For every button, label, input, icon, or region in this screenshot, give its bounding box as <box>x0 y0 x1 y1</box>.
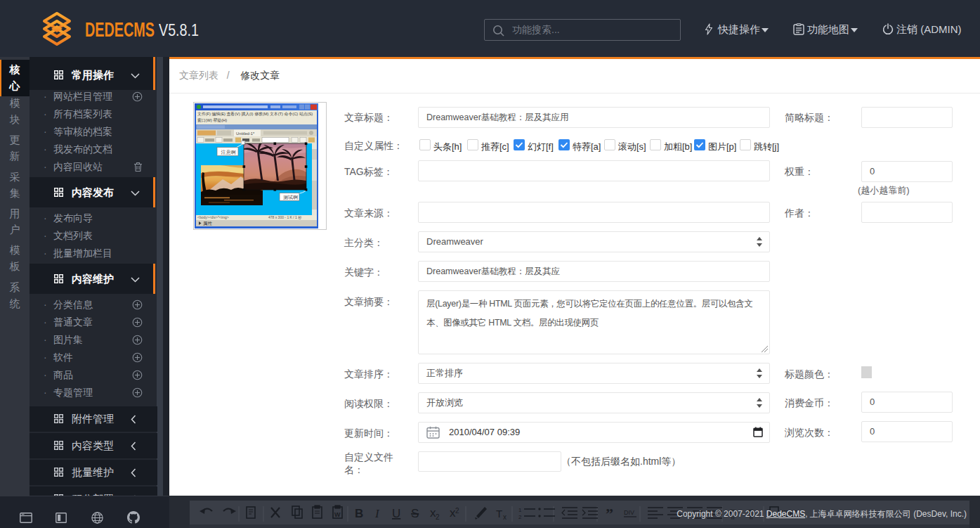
svg-text:U: U <box>392 507 400 520</box>
svg-text:2: 2 <box>455 507 459 515</box>
svg-text:B: B <box>355 507 363 520</box>
svg-text:Untitled-1*: Untitled-1* <box>236 131 255 136</box>
svg-text:文件(F) 编辑(E) 查看(V) 插入(I) 修改(M): 文件(F) 编辑(E) 查看(V) 插入(I) 修改(M) 文本(T) 命令(C… <box>197 111 313 117</box>
svg-text:”: ” <box>606 505 613 522</box>
svg-text:478 x 300 - 1 K / 1 秒: 478 x 300 - 1 K / 1 秒 <box>268 215 302 220</box>
svg-text:x: x <box>503 513 507 521</box>
svg-text:<body><div>*<img>: <body><div>*<img> <box>197 215 229 219</box>
svg-text:测试啊: 测试啊 <box>283 195 298 200</box>
svg-text:DIV: DIV <box>624 509 634 516</box>
svg-text:I: I <box>374 507 380 520</box>
svg-text:1: 1 <box>518 507 522 513</box>
svg-text:T: T <box>496 508 502 520</box>
svg-text:2: 2 <box>436 513 440 521</box>
svg-text:属性: 属性 <box>203 221 213 226</box>
svg-text:W: W <box>334 511 341 518</box>
svg-text:2: 2 <box>518 514 522 520</box>
svg-text:注意啊: 注意啊 <box>221 149 236 155</box>
svg-text:S: S <box>411 507 419 520</box>
svg-text:窗口(W) 帮助(H): 窗口(W) 帮助(H) <box>197 117 227 123</box>
